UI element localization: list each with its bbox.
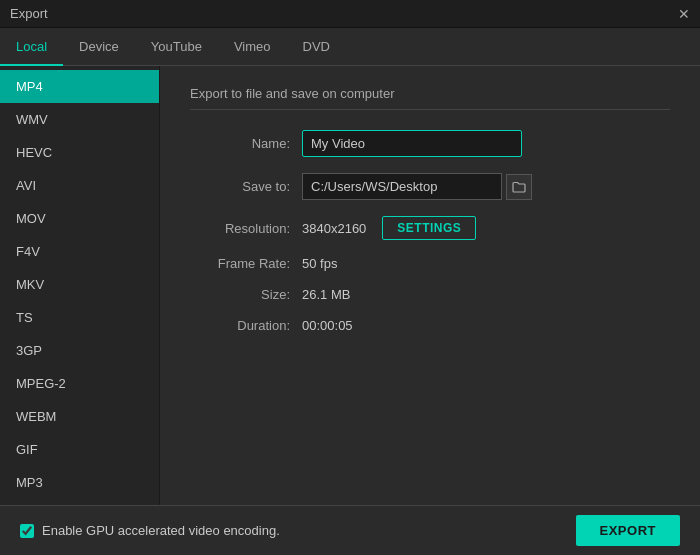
- save-to-label: Save to:: [190, 179, 290, 194]
- bottom-bar: Enable GPU accelerated video encoding. E…: [0, 505, 700, 555]
- folder-button[interactable]: [506, 174, 532, 200]
- close-button[interactable]: ✕: [678, 6, 690, 22]
- sidebar-item-webm[interactable]: WEBM: [0, 400, 159, 433]
- sidebar: MP4 WMV HEVC AVI MOV F4V MKV TS 3GP MPEG…: [0, 66, 160, 555]
- save-to-container: C:/Users/WS/Desktop: [302, 173, 532, 200]
- duration-value: 00:00:05: [302, 318, 353, 333]
- sidebar-item-mkv[interactable]: MKV: [0, 268, 159, 301]
- sidebar-item-f4v[interactable]: F4V: [0, 235, 159, 268]
- content-area: Export to file and save on computer Name…: [160, 66, 700, 555]
- tab-youtube[interactable]: YouTube: [135, 27, 218, 65]
- duration-row: Duration: 00:00:05: [190, 318, 670, 333]
- name-row: Name:: [190, 130, 670, 157]
- sidebar-item-hevc[interactable]: HEVC: [0, 136, 159, 169]
- gpu-checkbox[interactable]: [20, 524, 34, 538]
- size-value: 26.1 MB: [302, 287, 350, 302]
- name-input[interactable]: [302, 130, 522, 157]
- name-label: Name:: [190, 136, 290, 151]
- save-to-row: Save to: C:/Users/WS/Desktop: [190, 173, 670, 200]
- sidebar-item-avi[interactable]: AVI: [0, 169, 159, 202]
- frame-rate-value: 50 fps: [302, 256, 337, 271]
- tab-dvd[interactable]: DVD: [287, 27, 346, 65]
- gpu-label[interactable]: Enable GPU accelerated video encoding.: [20, 523, 280, 538]
- sidebar-item-ts[interactable]: TS: [0, 301, 159, 334]
- size-row: Size: 26.1 MB: [190, 287, 670, 302]
- size-label: Size:: [190, 287, 290, 302]
- main-layout: MP4 WMV HEVC AVI MOV F4V MKV TS 3GP MPEG…: [0, 66, 700, 555]
- sidebar-item-mov[interactable]: MOV: [0, 202, 159, 235]
- duration-label: Duration:: [190, 318, 290, 333]
- tab-device[interactable]: Device: [63, 27, 135, 65]
- sidebar-item-3gp[interactable]: 3GP: [0, 334, 159, 367]
- tab-local[interactable]: Local: [0, 28, 63, 66]
- tab-vimeo[interactable]: Vimeo: [218, 27, 287, 65]
- tab-bar: Local Device YouTube Vimeo DVD: [0, 28, 700, 66]
- title-bar: Export ✕: [0, 0, 700, 28]
- window-title: Export: [10, 6, 48, 21]
- frame-rate-row: Frame Rate: 50 fps: [190, 256, 670, 271]
- save-to-path: C:/Users/WS/Desktop: [302, 173, 502, 200]
- sidebar-item-gif[interactable]: GIF: [0, 433, 159, 466]
- gpu-label-text: Enable GPU accelerated video encoding.: [42, 523, 280, 538]
- resolution-label: Resolution:: [190, 221, 290, 236]
- resolution-value: 3840x2160: [302, 221, 366, 236]
- sidebar-item-mp3[interactable]: MP3: [0, 466, 159, 499]
- sidebar-item-mp4[interactable]: MP4: [0, 70, 159, 103]
- resolution-container: 3840x2160 SETTINGS: [302, 216, 476, 240]
- section-title: Export to file and save on computer: [190, 86, 670, 110]
- frame-rate-label: Frame Rate:: [190, 256, 290, 271]
- sidebar-item-mpeg2[interactable]: MPEG-2: [0, 367, 159, 400]
- export-button[interactable]: EXPORT: [576, 515, 680, 546]
- settings-button[interactable]: SETTINGS: [382, 216, 476, 240]
- resolution-row: Resolution: 3840x2160 SETTINGS: [190, 216, 670, 240]
- sidebar-item-wmv[interactable]: WMV: [0, 103, 159, 136]
